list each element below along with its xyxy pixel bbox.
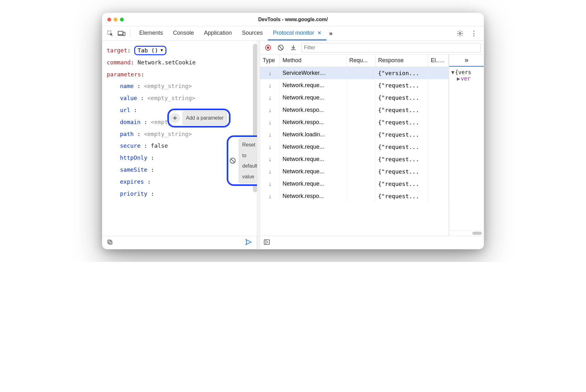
table-row[interactable]: ↓Network.reque...{"request... [260, 153, 449, 165]
cell-elapsed [428, 104, 449, 116]
arrow-down-icon: ↓ [263, 119, 277, 126]
clear-icon[interactable] [276, 43, 285, 52]
cell-request [347, 79, 375, 92]
param-key[interactable]: priority [120, 190, 147, 197]
table-row[interactable]: ↓Network.respo...{"request... [260, 104, 449, 116]
cell-request [347, 165, 375, 178]
tree-collapse-icon[interactable]: ▶ [457, 75, 460, 82]
bottom-bar [102, 236, 484, 249]
col-response[interactable]: Response [375, 55, 428, 67]
minimize-window-button[interactable] [114, 18, 117, 21]
param-key[interactable]: secure [120, 142, 141, 149]
log-toolbar [260, 41, 484, 55]
split-handle[interactable] [257, 236, 260, 249]
scrollbar-horizontal[interactable] [449, 230, 484, 236]
param-key[interactable]: name [120, 83, 134, 89]
arrow-down-icon: ↓ [263, 193, 277, 200]
arrow-down-icon: ↓ [263, 168, 277, 175]
table-row[interactable]: ↓Network.reque...{"request... [260, 165, 449, 178]
param-key[interactable]: domain [120, 119, 141, 125]
close-tab-icon[interactable]: ✕ [317, 30, 321, 36]
svg-point-6 [267, 46, 269, 49]
param-key[interactable]: path [120, 131, 134, 137]
device-toolbar-icon[interactable] [117, 29, 126, 38]
param-key[interactable]: expires [120, 178, 144, 185]
arrow-down-icon: ↓ [263, 94, 277, 101]
svg-rect-2 [123, 32, 125, 36]
copy-icon[interactable] [107, 239, 113, 246]
param-value[interactable]: <empty_string> [144, 83, 192, 89]
tab-label: Elements [139, 30, 163, 36]
main-toolbar: Elements Console Application Sources Pro… [102, 26, 484, 41]
arrow-down-icon: ↓ [263, 131, 277, 138]
cell-method: Network.respo... [280, 190, 346, 202]
cell-request [347, 116, 375, 128]
window-controls [107, 18, 124, 21]
more-tabs-icon[interactable]: » [449, 55, 484, 67]
arrow-down-icon: ↓ [263, 143, 277, 151]
split-handle[interactable] [257, 41, 260, 236]
svg-point-3 [459, 33, 461, 34]
cell-elapsed [428, 141, 449, 153]
cell-method: Network.reque... [280, 92, 346, 104]
send-icon[interactable] [245, 239, 252, 247]
cell-method: Network.reque... [280, 141, 346, 153]
table-row[interactable]: ↓Network.reque...{"request... [260, 92, 449, 104]
plus-icon[interactable] [170, 113, 180, 123]
param-key[interactable]: url [120, 107, 130, 113]
table-row[interactable]: ↓Network.respo...{"request... [260, 116, 449, 128]
tree-expand-icon[interactable]: ▼ [451, 69, 454, 75]
reset-icon[interactable] [229, 156, 236, 166]
tab-protocol-monitor[interactable]: Protocol monitor ✕ [268, 27, 326, 40]
col-method[interactable]: Method [280, 55, 346, 67]
col-elapsed[interactable]: El...▲ [428, 55, 449, 67]
more-tabs-icon[interactable]: » [326, 30, 335, 37]
cell-method: Network.reque... [280, 178, 346, 190]
add-parameter-tooltip: Add a parameter [182, 111, 227, 125]
download-icon[interactable] [289, 43, 298, 52]
param-key[interactable]: httpOnly [120, 154, 147, 161]
cell-response: {"request... [375, 128, 428, 141]
param-key[interactable]: value [120, 95, 137, 101]
target-key: target [107, 47, 127, 54]
filter-input[interactable] [301, 43, 481, 52]
col-type[interactable]: Type [260, 55, 280, 67]
parameters-key: parameters [107, 71, 141, 78]
toggle-sidebar-icon[interactable] [263, 239, 270, 247]
reset-default-tooltip: Reset to default value [239, 138, 257, 183]
tab-application[interactable]: Application [199, 27, 237, 40]
tab-console[interactable]: Console [168, 27, 199, 40]
param-value[interactable]: false [151, 142, 168, 149]
inspect-element-icon[interactable] [105, 29, 115, 38]
tab-sources[interactable]: Sources [237, 27, 268, 40]
col-request[interactable]: Requ... [347, 55, 375, 67]
cell-method: Network.reque... [280, 153, 346, 165]
param-value[interactable]: <empty_string> [144, 131, 192, 137]
cell-elapsed [428, 128, 449, 141]
target-select[interactable]: Tab () ▼ [134, 46, 166, 55]
svg-rect-9 [108, 240, 111, 243]
table-row[interactable]: ↓Network.reque...{"request... [260, 79, 449, 92]
svg-rect-1 [118, 31, 123, 35]
cell-response: {"request... [375, 141, 428, 153]
table-row[interactable]: ↓Network.reque...{"request... [260, 178, 449, 190]
arrow-down-icon: ↓ [263, 82, 277, 89]
zoom-window-button[interactable] [120, 18, 124, 21]
table-row[interactable]: ↓Network.reque...{"request... [260, 141, 449, 153]
cell-method: Network.loadin... [280, 128, 346, 141]
tab-elements[interactable]: Elements [134, 27, 168, 40]
kebab-menu-icon[interactable]: ⋮ [469, 29, 479, 38]
separator [130, 30, 130, 37]
tab-label: Protocol monitor [273, 30, 314, 36]
record-icon[interactable] [263, 43, 273, 52]
table-row[interactable]: ↓ServiceWorker....{"version... [260, 67, 449, 79]
table-row[interactable]: ↓Network.loadin...{"request... [260, 128, 449, 141]
settings-icon[interactable] [455, 29, 465, 38]
cell-request [347, 141, 375, 153]
param-key[interactable]: sameSite [120, 166, 147, 173]
tab-label: Console [173, 30, 194, 36]
close-window-button[interactable] [107, 18, 111, 21]
table-row[interactable]: ↓Network.respo...{"request... [260, 190, 449, 202]
param-value[interactable]: <empty_string> [147, 95, 195, 101]
target-value: Tab () [138, 45, 158, 56]
